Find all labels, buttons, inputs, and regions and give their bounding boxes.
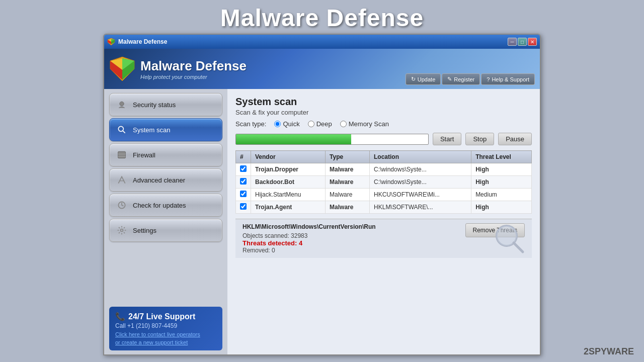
- app-name-label: Malware Defense: [140, 58, 247, 74]
- progress-bar-container: [235, 134, 429, 145]
- progress-bar-fill: [236, 134, 351, 144]
- scan-type-deep[interactable]: Deep: [308, 120, 332, 128]
- row-threat-level: High: [471, 163, 532, 176]
- table-row: Backdoor.BotMalwareC:\windows\Syste...Hi…: [236, 176, 532, 189]
- scan-type-label: Scan type:: [235, 120, 266, 128]
- application-window: Malware Defense ─ □ ✕ Malware Defense He…: [103, 34, 541, 355]
- sidebar-item-advanced-cleaner[interactable]: Advanced cleaner: [109, 168, 222, 192]
- security-status-icon: [116, 99, 128, 111]
- advanced-cleaner-icon: [116, 174, 128, 186]
- check-updates-icon: [116, 199, 128, 211]
- help-support-button[interactable]: ? Help & Support: [481, 73, 535, 85]
- row-threat-level: Medium: [471, 189, 532, 201]
- support-link2[interactable]: or create a new support ticket: [115, 339, 216, 345]
- start-button[interactable]: Start: [433, 133, 461, 145]
- support-box: 📞 24/7 Live Support Call +1 (210) 807-44…: [109, 307, 222, 350]
- register-button[interactable]: ✎ Register: [442, 73, 480, 85]
- row-type: Malware: [326, 201, 370, 214]
- row-location: C:\windows\Syste...: [370, 163, 471, 176]
- objects-scanned: Objects scanned: 32983: [243, 232, 376, 239]
- sidebar-item-check-updates[interactable]: Check for updates: [109, 194, 222, 217]
- sidebar-item-security-status[interactable]: Security status: [109, 93, 222, 116]
- svg-point-18: [121, 229, 123, 232]
- svg-point-11: [118, 126, 123, 131]
- row-type: Malware: [326, 176, 370, 189]
- row-type: Malware: [326, 189, 370, 201]
- row-vendor: Hijack.StartMenu: [251, 189, 326, 201]
- row-vendor: Trojan.Dropper: [251, 163, 326, 176]
- scan-type-memory[interactable]: Memory Scan: [340, 120, 389, 128]
- page-title: Malware Defense: [220, 0, 424, 34]
- bottom-status: HKLM\Microsoft\Windows\CurrentVersion\Ru…: [235, 219, 532, 258]
- svg-line-12: [123, 131, 125, 133]
- sidebar-item-settings[interactable]: Settings: [109, 219, 222, 242]
- app-subtitle-label: Help protect your computer: [140, 74, 247, 80]
- scan-title: System scan: [235, 96, 532, 108]
- system-scan-icon: [116, 124, 128, 136]
- title-bar: Malware Defense ─ □ ✕: [104, 35, 540, 49]
- svg-rect-13: [118, 151, 126, 158]
- results-table: # Vendor Type Location Threat Level Troj…: [235, 150, 532, 214]
- app-header: Malware Defense Help protect your comput…: [104, 49, 540, 89]
- stop-button[interactable]: Stop: [465, 133, 494, 145]
- col-vendor: Vendor: [251, 151, 326, 163]
- row-vendor: Trojan.Agent: [251, 201, 326, 214]
- col-threat: Threat Level: [471, 151, 532, 163]
- row-location: HKCU\SOFTWARE\Mi...: [370, 189, 471, 201]
- row-location: HKLM\SOFTWARE\...: [370, 201, 471, 214]
- row-threat-level: High: [471, 201, 532, 214]
- settings-icon: [116, 224, 128, 236]
- row-threat-level: High: [471, 176, 532, 189]
- table-row: Trojan.DropperMalwareC:\windows\Syste...…: [236, 163, 532, 176]
- col-num: #: [236, 151, 251, 163]
- row-checkbox-cell[interactable]: [236, 201, 251, 214]
- row-checkbox-cell[interactable]: [236, 163, 251, 176]
- shield-logo-icon: [109, 56, 135, 82]
- removed-count: Removed: 0: [243, 247, 376, 254]
- support-title-text: 24/7 Live Support: [128, 312, 195, 321]
- update-icon: ↻: [411, 76, 416, 82]
- col-location: Location: [370, 151, 471, 163]
- row-vendor: Backdoor.Bot: [251, 176, 326, 189]
- table-row: Trojan.AgentMalwareHKLM\SOFTWARE\...High: [236, 201, 532, 214]
- status-path: HKLM\Microsoft\Windows\CurrentVersion\Ru…: [243, 223, 376, 230]
- svg-line-21: [514, 243, 523, 252]
- svg-point-10: [120, 102, 124, 106]
- support-link1[interactable]: Click here to contact live operators: [115, 331, 216, 337]
- threats-detected: Threats detected: 4: [243, 239, 376, 247]
- magnify-icon: [495, 224, 525, 254]
- close-button[interactable]: ✕: [528, 38, 537, 46]
- help-icon: ?: [487, 76, 490, 82]
- sidebar-item-system-scan[interactable]: System scan: [109, 118, 222, 141]
- pause-button[interactable]: Pause: [498, 133, 532, 145]
- register-icon: ✎: [447, 76, 452, 82]
- scan-type-quick[interactable]: Quick: [274, 120, 299, 128]
- maximize-button[interactable]: □: [518, 38, 527, 46]
- row-checkbox-cell[interactable]: [236, 189, 251, 201]
- sidebar-item-firewall[interactable]: Firewall: [109, 143, 222, 166]
- row-location: C:\windows\Syste...: [370, 176, 471, 189]
- sidebar: Security status System scan: [104, 89, 227, 354]
- row-checkbox-cell[interactable]: [236, 176, 251, 189]
- col-type: Type: [326, 151, 370, 163]
- support-phone: Call +1 (210) 807-4459: [115, 322, 216, 329]
- watermark: 2SPYWARE: [584, 346, 634, 357]
- app-title-icon: [107, 38, 115, 46]
- title-bar-text: Malware Defense: [118, 38, 167, 45]
- table-row: Hijack.StartMenuMalwareHKCU\SOFTWARE\Mi.…: [236, 189, 532, 201]
- minimize-button[interactable]: ─: [508, 38, 517, 46]
- update-button[interactable]: ↻ Update: [406, 73, 441, 85]
- firewall-icon: [116, 149, 128, 161]
- right-panel: System scan Scan & fix your computer Sca…: [227, 89, 540, 354]
- support-icon: 📞: [115, 312, 125, 321]
- row-type: Malware: [326, 163, 370, 176]
- scan-subtitle: Scan & fix your computer: [235, 109, 532, 116]
